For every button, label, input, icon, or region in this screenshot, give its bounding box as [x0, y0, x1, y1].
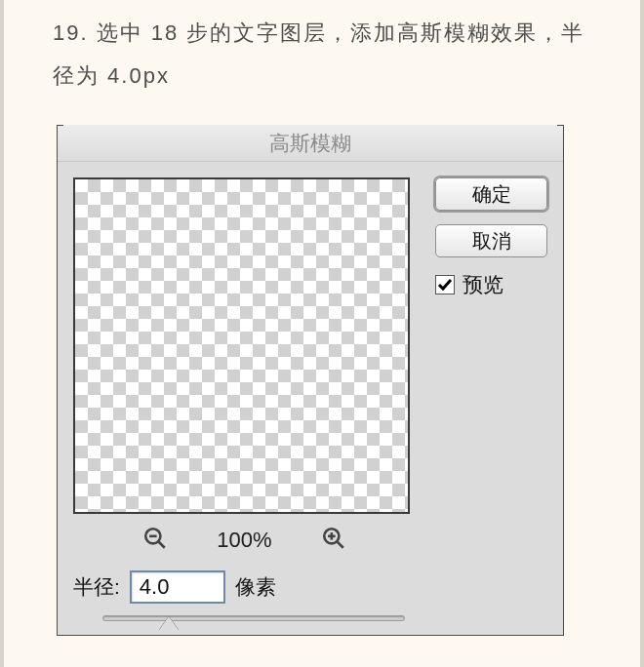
radius-slider[interactable] — [102, 609, 405, 627]
slider-thumb[interactable] — [159, 616, 179, 630]
radius-unit: 像素 — [235, 573, 276, 601]
preview-area[interactable] — [73, 177, 410, 514]
gaussian-blur-dialog: 高斯模糊 100% 半径: 像素 — [57, 125, 564, 636]
zoom-out-icon[interactable] — [142, 526, 168, 555]
preview-checkbox[interactable]: 预览 — [435, 271, 547, 298]
ok-button[interactable]: 确定 — [435, 177, 547, 211]
preview-checkbox-label: 预览 — [463, 271, 503, 298]
checkbox-icon — [435, 275, 455, 294]
dialog-title: 高斯模糊 — [58, 125, 563, 162]
zoom-in-icon[interactable] — [321, 526, 346, 555]
zoom-level: 100% — [217, 528, 271, 553]
cancel-button[interactable]: 取消 — [435, 224, 547, 257]
svg-line-1 — [159, 541, 166, 548]
radius-input[interactable] — [130, 570, 225, 604]
slider-track — [102, 615, 405, 621]
svg-line-4 — [337, 541, 343, 548]
step-instruction: 19. 选中 18 步的文字图层，添加高斯模糊效果，半径为 4.0px — [53, 12, 591, 98]
radius-label: 半径: — [73, 573, 120, 601]
